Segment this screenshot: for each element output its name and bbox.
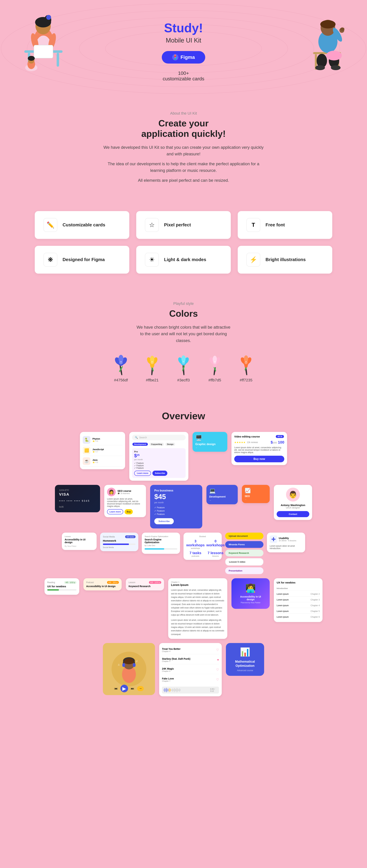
features-grid: ✏️ Customizable cards ☆ Pixel perfect T … [35, 211, 332, 274]
svg-rect-100 [173, 688, 173, 692]
seo-buy-btn[interactable]: Buy [124, 509, 133, 515]
color-hex-orange: #ff7235 [239, 378, 252, 382]
svg-point-78 [273, 539, 274, 541]
seo-header: 👩 SEO course 🎓 1k learners [107, 488, 143, 496]
speed-btn[interactable]: → [137, 686, 144, 691]
workshops-count: 3 workshops [186, 539, 205, 547]
color-cyan: #3ecff3 [175, 354, 192, 382]
feature-card-dark: ☀ Light & dark modes [136, 246, 231, 274]
development-card: 💻 Development → [206, 485, 238, 504]
graphic-arrow[interactable]: → [195, 446, 225, 449]
pro-bussiness-label: Pro bussiness [154, 489, 198, 492]
ui-design-illustration: 👩‍💻 [237, 584, 264, 593]
search-bar[interactable]: 🔍 Search [132, 435, 186, 440]
visa-number: •••• •••• •••• 9345 [59, 499, 96, 502]
svg-rect-104 [176, 689, 176, 691]
color-orange: #ff7235 [237, 354, 255, 382]
seo-course-card: 👩 SEO course 🎓 1k learners Lorem ipsum d… [104, 485, 146, 517]
track-2-chapter: Chapter 5 [162, 660, 190, 662]
reading-card: Reading 4/5 · 1/10 p UX for newbies [45, 578, 79, 595]
track-list: Treat You Better Chapter 4 ♡ Starboy (fe… [159, 643, 222, 696]
seo-learn-btn[interactable]: Learn more [107, 509, 123, 515]
track-time: 0:45 / 3:12 [210, 688, 217, 692]
svg-rect-85 [122, 663, 125, 667]
upload-doc-btn[interactable]: Upload document [225, 533, 263, 539]
play-btn[interactable]: ▶ [120, 685, 128, 692]
video-tag: All 1k [276, 435, 284, 438]
stat-lessons: 7 lessons lessons [206, 551, 225, 557]
learn-more-btn[interactable]: Learn more [134, 471, 151, 476]
seo-avatar: 👩 [107, 488, 116, 496]
presentation-btn[interactable]: Presentation [225, 567, 263, 574]
svg-rect-101 [173, 689, 174, 691]
stats-card: Booked 3 workshops workshops 0 workshops… [184, 533, 222, 560]
course-meta-phyton: ⭐ 4.8 [92, 440, 122, 442]
lessons-count: 7 lessons [206, 551, 225, 555]
podcasts-count: 7 tasks [186, 551, 205, 555]
chapter-lorem2: Lorem ipsum Chapter 3 [277, 597, 320, 602]
track-4-heart[interactable]: ♡ [216, 678, 219, 682]
tag-development[interactable]: Development [133, 443, 148, 446]
lesson-video-btn[interactable]: Lesson 5 video [225, 558, 263, 566]
book-text2: Lorem ipsum dolor sit amet, consectetur … [171, 618, 225, 636]
flower-small-icon [272, 537, 276, 541]
svg-point-52 [151, 361, 154, 364]
course-thumb-java: ☕ [83, 457, 90, 465]
dev-arrow[interactable]: → [209, 499, 235, 501]
overview-section: Overview 🐍 Phyton ⭐ 4.8 🟨 JavaScript ⭐ 4… [0, 396, 367, 714]
track-4: Fake Love Chapter 7 ♡ [162, 676, 219, 684]
course-meta-java: ⭐ 4.6 [92, 461, 122, 464]
seo-arrow[interactable]: → [245, 498, 267, 500]
ux-chapters: Introduction Lorem ipsum Chapter 2 Lorem… [277, 586, 320, 619]
miranda-btn[interactable]: Miranda Flores [225, 541, 263, 548]
homework-meta: Social Media [103, 546, 136, 549]
track-1-title: Treat You Better [162, 648, 180, 650]
search-engine-title: Search EngineOptimization [145, 538, 177, 544]
search-engine-card: Search Engine Optimization Search Engine… [142, 533, 180, 554]
track-3-chapter: Chapter 6 [162, 670, 174, 672]
course-meta-js: ⭐ 4.7 [92, 451, 122, 453]
yellow-flower-icon [144, 354, 161, 375]
svg-rect-102 [174, 688, 175, 692]
subscribe-btn[interactable]: Subscribe [152, 471, 167, 476]
usability-header: Usability 1h 30min · 6 lessons [270, 535, 302, 543]
search-placeholder: Search [139, 436, 147, 439]
next-btn[interactable]: ⏭ [131, 687, 134, 690]
pro-subscribe-btn[interactable]: Subscribe [154, 518, 174, 524]
feature-label-illustrations: Bright illustrations [265, 257, 306, 262]
contact-btn[interactable]: Contact [277, 511, 309, 517]
visa-cvv: 0v35 [59, 506, 96, 508]
color-hex-yellow: #ffbe21 [146, 378, 159, 382]
track-1-heart[interactable]: ♡ [216, 648, 219, 652]
track-1-chapter: Chapter 4 [162, 650, 180, 652]
pro-bussiness-card: Pro bussiness $45 per month ✓ Feature ✓ … [150, 485, 202, 528]
lesson-score: 6/9 · 1/10 p [149, 581, 161, 584]
track-3: 24K Magic Chapter 6 ♡ [162, 665, 219, 674]
figma-icon [172, 54, 178, 60]
figma-button[interactable]: Figma [162, 51, 205, 64]
colors-eyebrow: Playful style [35, 301, 332, 306]
about-body2: The idea of our development is to help t… [69, 161, 298, 174]
search-icon: 🔍 [135, 436, 138, 439]
track-3-heart[interactable]: ♡ [216, 668, 219, 672]
svg-rect-96 [169, 688, 170, 692]
buy-now-btn[interactable]: Buy now [234, 456, 284, 462]
cyan-flower-icon [175, 354, 192, 375]
keyword-research-btn[interactable]: Keyword Research [225, 550, 263, 556]
track-2-heart[interactable]: ♥ [217, 658, 219, 662]
tag-copywriting[interactable]: Copywriting [149, 443, 164, 446]
video-reviews: 12k reviews [247, 441, 258, 443]
tag-design[interactable]: Design [165, 443, 175, 446]
page-root: Study! Mobile UI Kit Figma 100+ customiz… [0, 0, 367, 714]
course-item-js: 🟨 JavaScript ⭐ 4.7 [83, 445, 122, 456]
homework-progress-fill [103, 544, 129, 545]
podcast-label: Podcast [86, 581, 94, 584]
workshops-label: workshops [186, 547, 205, 549]
podcasts-label: podcasts [186, 555, 205, 557]
prev-btn[interactable]: ⏮ [114, 687, 118, 690]
svg-point-79 [272, 539, 273, 540]
svg-rect-93 [167, 689, 167, 691]
seo-icon: 📈 [245, 488, 267, 493]
podcast-card: Podcast 6/9 · 200 p Accessibility in UI … [83, 578, 122, 590]
svg-point-44 [119, 361, 123, 364]
